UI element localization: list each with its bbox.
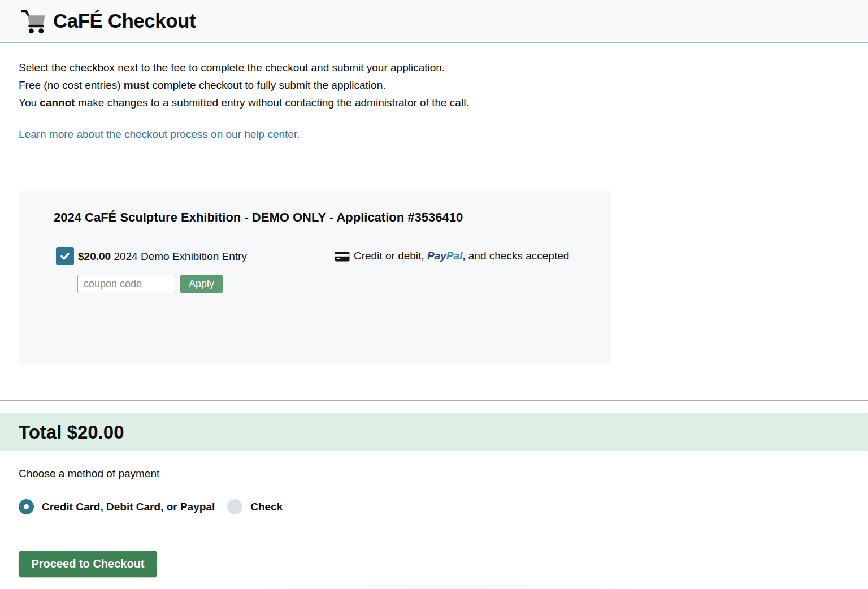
instruction-line-1: Select the checkbox next to the fee to c… [19,59,868,76]
total-banner: Total $20.00 [0,413,868,451]
fee-description: 2024 Demo Exhibition Entry [114,250,247,262]
fee-label: $20.00 2024 Demo Exhibition Entry [78,247,247,263]
payment-method-options: Credit Card, Debit Card, or Paypal Check [19,499,283,514]
fee-row: $20.00 2024 Demo Exhibition Entry Credit… [56,247,611,265]
checkout-instructions: Select the checkbox next to the fee to c… [19,59,868,111]
page-header: CaFÉ Checkout [0,0,868,43]
coupon-row: Apply [77,275,611,293]
instruction-line-2: Free (no cost entries) must complete che… [19,76,868,94]
total-amount: Total $20.00 [19,422,124,443]
coupon-code-input[interactable] [77,275,175,293]
payment-method-heading: Choose a method of payment [19,467,159,480]
credit-card-icon [335,250,350,262]
application-title: 2024 CaFÉ Sculpture Exhibition - DEMO ON… [54,210,611,225]
apply-coupon-button[interactable]: Apply [180,275,223,293]
radio-credit-card-label[interactable]: Credit Card, Debit Card, or Paypal [42,501,215,513]
fee-checkbox[interactable] [56,247,74,265]
paypal-logo: PayPal [427,250,462,262]
page-title: CaFÉ Checkout [53,10,196,32]
help-center-link[interactable]: Learn more about the checkout process on… [19,128,300,141]
instruction-line-3: You cannot make changes to a submitted e… [19,94,868,111]
proceed-to-checkout-button[interactable]: Proceed to Checkout [19,551,157,577]
checkmark-icon [59,250,71,262]
accepted-payments-note: Credit or debit, PayPal, and checks acce… [335,250,569,262]
radio-credit-card[interactable] [19,499,34,514]
application-fee-card: 2024 CaFÉ Sculpture Exhibition - DEMO ON… [19,191,611,365]
below-fold-shadow [164,544,868,589]
radio-check-label[interactable]: Check [250,501,283,513]
payments-note-text: Credit or debit, PayPal, and checks acce… [354,250,569,262]
section-divider [0,400,868,401]
fee-amount: $20.00 [78,250,111,262]
radio-check[interactable] [227,499,242,514]
shopping-cart-icon [20,8,46,34]
